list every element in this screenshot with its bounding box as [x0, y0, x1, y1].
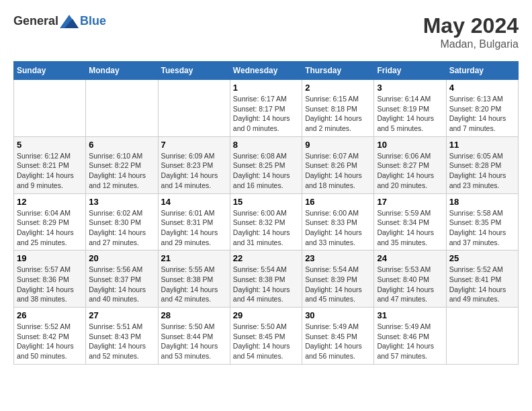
col-sunday: Sunday — [14, 62, 86, 80]
day-info: Sunrise: 5:54 AMSunset: 8:39 PMDaylight:… — [305, 265, 371, 304]
day-info: Sunrise: 5:51 AMSunset: 8:43 PMDaylight:… — [89, 322, 154, 361]
day-number: 18 — [449, 197, 515, 207]
logo-general: General — [13, 14, 58, 28]
day-number: 28 — [161, 310, 227, 320]
day-info: Sunrise: 6:17 AMSunset: 8:17 PMDaylight:… — [233, 94, 299, 134]
day-number: 20 — [89, 253, 154, 263]
day-number: 16 — [305, 197, 371, 207]
title-block: May 2024 Madan, Bulgaria — [423, 13, 519, 50]
day-number: 5 — [17, 140, 83, 150]
day-number: 2 — [305, 83, 371, 93]
day-info: Sunrise: 6:05 AMSunset: 8:28 PMDaylight:… — [449, 151, 515, 191]
day-info: Sunrise: 5:53 AMSunset: 8:40 PMDaylight:… — [377, 265, 443, 304]
calendar-week-row: 1 Sunrise: 6:17 AMSunset: 8:17 PMDayligh… — [14, 80, 519, 137]
day-number: 15 — [233, 197, 299, 207]
day-info: Sunrise: 5:50 AMSunset: 8:44 PMDaylight:… — [161, 322, 227, 361]
col-monday: Monday — [86, 62, 158, 80]
calendar-cell: 5 Sunrise: 6:12 AMSunset: 8:21 PMDayligh… — [14, 136, 86, 193]
calendar-cell: 26 Sunrise: 5:52 AMSunset: 8:42 PMDaylig… — [14, 308, 86, 365]
calendar-cell — [446, 308, 518, 365]
calendar-cell: 30 Sunrise: 5:49 AMSunset: 8:45 PMDaylig… — [302, 308, 374, 365]
calendar-cell: 6 Sunrise: 6:10 AMSunset: 8:22 PMDayligh… — [86, 136, 158, 193]
day-info: Sunrise: 5:58 AMSunset: 8:35 PMDaylight:… — [449, 208, 515, 248]
col-saturday: Saturday — [446, 62, 518, 80]
calendar-cell: 23 Sunrise: 5:54 AMSunset: 8:39 PMDaylig… — [302, 250, 374, 308]
calendar-week-row: 5 Sunrise: 6:12 AMSunset: 8:21 PMDayligh… — [14, 136, 519, 193]
day-info: Sunrise: 5:49 AMSunset: 8:45 PMDaylight:… — [305, 322, 371, 361]
day-number: 3 — [377, 83, 443, 93]
day-info: Sunrise: 6:01 AMSunset: 8:31 PMDaylight:… — [161, 208, 227, 248]
calendar-cell: 10 Sunrise: 6:06 AMSunset: 8:27 PMDaylig… — [374, 136, 446, 193]
col-wednesday: Wednesday — [230, 62, 302, 80]
day-info: Sunrise: 6:14 AMSunset: 8:19 PMDaylight:… — [377, 94, 443, 134]
day-info: Sunrise: 5:55 AMSunset: 8:38 PMDaylight:… — [161, 265, 227, 304]
calendar-cell: 3 Sunrise: 6:14 AMSunset: 8:19 PMDayligh… — [374, 80, 446, 137]
day-number: 21 — [161, 253, 227, 263]
day-number: 27 — [89, 310, 154, 320]
day-info: Sunrise: 5:59 AMSunset: 8:34 PMDaylight:… — [377, 208, 443, 248]
day-number: 14 — [161, 197, 227, 207]
day-info: Sunrise: 5:56 AMSunset: 8:37 PMDaylight:… — [89, 265, 154, 304]
calendar-cell — [86, 80, 158, 137]
day-info: Sunrise: 6:06 AMSunset: 8:27 PMDaylight:… — [377, 151, 443, 191]
day-info: Sunrise: 6:10 AMSunset: 8:22 PMDaylight:… — [89, 151, 154, 191]
day-info: Sunrise: 6:15 AMSunset: 8:18 PMDaylight:… — [305, 94, 371, 134]
day-info: Sunrise: 5:50 AMSunset: 8:45 PMDaylight:… — [233, 322, 299, 361]
logo-blue: Blue — [80, 14, 106, 28]
day-info: Sunrise: 6:08 AMSunset: 8:25 PMDaylight:… — [233, 151, 299, 191]
day-info: Sunrise: 6:12 AMSunset: 8:21 PMDaylight:… — [17, 151, 83, 191]
calendar-cell: 17 Sunrise: 5:59 AMSunset: 8:34 PMDaylig… — [374, 193, 446, 250]
day-number: 11 — [449, 140, 515, 150]
day-number: 9 — [305, 140, 371, 150]
day-info: Sunrise: 6:09 AMSunset: 8:23 PMDaylight:… — [161, 151, 227, 191]
day-number: 1 — [233, 83, 299, 93]
day-info: Sunrise: 6:04 AMSunset: 8:29 PMDaylight:… — [17, 208, 83, 248]
day-number: 24 — [377, 253, 443, 263]
calendar-cell — [158, 80, 230, 137]
calendar-cell: 7 Sunrise: 6:09 AMSunset: 8:23 PMDayligh… — [158, 136, 230, 193]
calendar-cell: 13 Sunrise: 6:02 AMSunset: 8:30 PMDaylig… — [86, 193, 158, 250]
day-info: Sunrise: 5:57 AMSunset: 8:36 PMDaylight:… — [17, 265, 83, 304]
day-number: 7 — [161, 140, 227, 150]
calendar-cell: 8 Sunrise: 6:08 AMSunset: 8:25 PMDayligh… — [230, 136, 302, 193]
calendar-cell: 1 Sunrise: 6:17 AMSunset: 8:17 PMDayligh… — [230, 80, 302, 137]
day-info: Sunrise: 5:52 AMSunset: 8:42 PMDaylight:… — [17, 322, 83, 361]
logo: General Blue — [13, 13, 106, 28]
calendar-cell: 21 Sunrise: 5:55 AMSunset: 8:38 PMDaylig… — [158, 250, 230, 308]
day-info: Sunrise: 6:13 AMSunset: 8:20 PMDaylight:… — [449, 94, 515, 134]
day-info: Sunrise: 5:52 AMSunset: 8:41 PMDaylight:… — [449, 265, 515, 304]
calendar-cell: 24 Sunrise: 5:53 AMSunset: 8:40 PMDaylig… — [374, 250, 446, 308]
day-number: 6 — [89, 140, 154, 150]
day-number: 19 — [17, 253, 83, 263]
calendar-cell: 31 Sunrise: 5:49 AMSunset: 8:46 PMDaylig… — [374, 308, 446, 365]
calendar-week-row: 12 Sunrise: 6:04 AMSunset: 8:29 PMDaylig… — [14, 193, 519, 250]
day-number: 23 — [305, 253, 371, 263]
day-number: 30 — [305, 310, 371, 320]
calendar-week-row: 26 Sunrise: 5:52 AMSunset: 8:42 PMDaylig… — [14, 308, 519, 365]
calendar-cell: 28 Sunrise: 5:50 AMSunset: 8:44 PMDaylig… — [158, 308, 230, 365]
calendar-cell: 27 Sunrise: 5:51 AMSunset: 8:43 PMDaylig… — [86, 308, 158, 365]
day-number: 31 — [377, 310, 443, 320]
page-header: General Blue May 2024 Madan, Bulgaria — [13, 13, 519, 50]
calendar-cell: 15 Sunrise: 6:00 AMSunset: 8:32 PMDaylig… — [230, 193, 302, 250]
day-info: Sunrise: 6:00 AMSunset: 8:32 PMDaylight:… — [233, 208, 299, 248]
calendar-cell: 11 Sunrise: 6:05 AMSunset: 8:28 PMDaylig… — [446, 136, 518, 193]
day-number: 29 — [233, 310, 299, 320]
location-subtitle: Madan, Bulgaria — [423, 38, 519, 50]
calendar-cell: 14 Sunrise: 6:01 AMSunset: 8:31 PMDaylig… — [158, 193, 230, 250]
calendar-cell: 18 Sunrise: 5:58 AMSunset: 8:35 PMDaylig… — [446, 193, 518, 250]
calendar-cell: 19 Sunrise: 5:57 AMSunset: 8:36 PMDaylig… — [14, 250, 86, 308]
calendar-cell: 22 Sunrise: 5:54 AMSunset: 8:38 PMDaylig… — [230, 250, 302, 308]
calendar-cell: 12 Sunrise: 6:04 AMSunset: 8:29 PMDaylig… — [14, 193, 86, 250]
day-number: 22 — [233, 253, 299, 263]
day-number: 4 — [449, 83, 515, 93]
calendar-cell: 25 Sunrise: 5:52 AMSunset: 8:41 PMDaylig… — [446, 250, 518, 308]
day-number: 8 — [233, 140, 299, 150]
col-friday: Friday — [374, 62, 446, 80]
calendar-header-row: Sunday Monday Tuesday Wednesday Thursday… — [14, 62, 519, 80]
calendar-cell: 2 Sunrise: 6:15 AMSunset: 8:18 PMDayligh… — [302, 80, 374, 137]
col-thursday: Thursday — [302, 62, 374, 80]
calendar-cell: 20 Sunrise: 5:56 AMSunset: 8:37 PMDaylig… — [86, 250, 158, 308]
day-info: Sunrise: 6:02 AMSunset: 8:30 PMDaylight:… — [89, 208, 154, 248]
day-info: Sunrise: 6:00 AMSunset: 8:33 PMDaylight:… — [305, 208, 371, 248]
